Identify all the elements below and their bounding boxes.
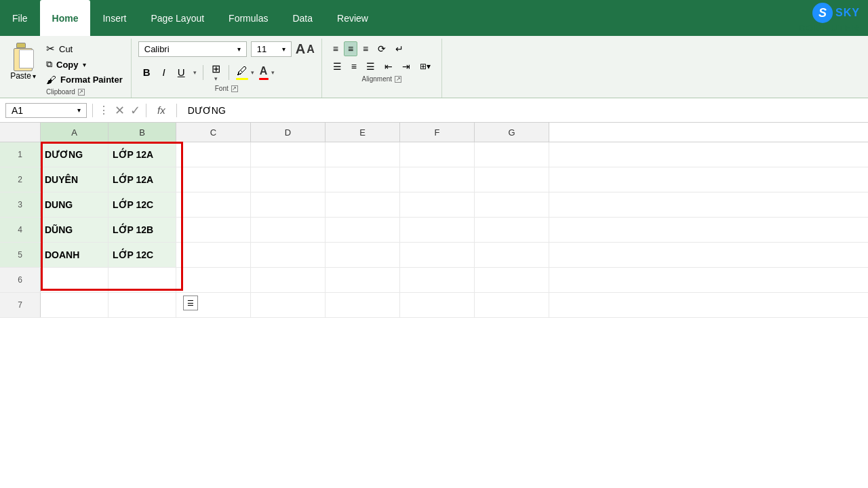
cell-C3[interactable] bbox=[176, 192, 251, 217]
alignment-expand-icon[interactable]: ↗ bbox=[395, 76, 401, 83]
cell-G3[interactable] bbox=[475, 192, 549, 217]
cell-D5[interactable] bbox=[251, 243, 326, 267]
orientation-button[interactable]: ⟳ bbox=[374, 41, 390, 56]
align-center-button[interactable]: ≡ bbox=[347, 59, 361, 74]
cell-C5[interactable] bbox=[176, 243, 251, 267]
formula-cancel-icon[interactable]: ✕ bbox=[115, 103, 125, 118]
cell-B3[interactable]: LỚP 12C bbox=[108, 192, 176, 217]
cell-D6[interactable] bbox=[251, 268, 326, 292]
align-left-button[interactable]: ☰ bbox=[329, 59, 346, 74]
paste-dropdown-arrow[interactable]: ▾ bbox=[33, 73, 36, 80]
cell-E6[interactable] bbox=[326, 268, 400, 292]
underline-dropdown[interactable]: ▾ bbox=[193, 69, 197, 76]
cell-A7[interactable] bbox=[41, 293, 108, 317]
border-button[interactable]: ⊞ ▾ bbox=[209, 61, 223, 83]
row-header-3[interactable]: 3 bbox=[0, 192, 41, 217]
formula-confirm-icon[interactable]: ✓ bbox=[130, 103, 140, 118]
cell-G7[interactable] bbox=[475, 293, 549, 317]
cell-F5[interactable] bbox=[400, 243, 475, 267]
cell-A1[interactable]: DƯƠNG bbox=[41, 142, 108, 167]
cell-A5[interactable]: DOANH bbox=[41, 243, 108, 267]
cell-B7[interactable] bbox=[108, 293, 176, 317]
row-header-4[interactable]: 4 bbox=[0, 218, 41, 242]
bottom-align-button[interactable]: ≡ bbox=[359, 41, 372, 56]
clipboard-expand-icon[interactable]: ↗ bbox=[78, 89, 85, 96]
cell-D4[interactable] bbox=[251, 218, 326, 242]
cell-E2[interactable] bbox=[326, 167, 400, 192]
cell-E3[interactable] bbox=[326, 192, 400, 217]
col-header-A[interactable]: A bbox=[41, 123, 108, 142]
cell-B5[interactable]: LỚP 12C bbox=[108, 243, 176, 267]
cell-ref-arrow[interactable]: ▾ bbox=[77, 106, 81, 114]
row-header-1[interactable]: 1 bbox=[0, 142, 41, 167]
copy-button[interactable]: ⧉ Copy ▾ bbox=[43, 58, 125, 71]
cell-A2[interactable]: DUYÊN bbox=[41, 167, 108, 192]
cell-F4[interactable] bbox=[400, 218, 475, 242]
cell-C1[interactable] bbox=[176, 142, 251, 167]
tab-review[interactable]: Review bbox=[325, 0, 380, 36]
cell-G1[interactable] bbox=[475, 142, 549, 167]
cell-B6[interactable] bbox=[108, 268, 176, 292]
bold-button[interactable]: B bbox=[138, 64, 155, 80]
col-header-D[interactable]: D bbox=[251, 123, 326, 142]
cell-E4[interactable] bbox=[326, 218, 400, 242]
cell-B2[interactable]: LỚP 12A bbox=[108, 167, 176, 192]
row-header-7[interactable]: 7 bbox=[0, 293, 41, 317]
cell-D2[interactable] bbox=[251, 167, 326, 192]
cell-F2[interactable] bbox=[400, 167, 475, 192]
paste-options-button[interactable]: ☰ bbox=[183, 296, 198, 310]
row-header-2[interactable]: 2 bbox=[0, 167, 41, 192]
font-color-button[interactable]: A bbox=[258, 64, 270, 81]
cell-E7[interactable] bbox=[326, 293, 400, 317]
highlight-dropdown[interactable]: ▾ bbox=[250, 69, 255, 76]
cell-A3[interactable]: DUNG bbox=[41, 192, 108, 217]
top-align-button[interactable]: ≡ bbox=[329, 41, 342, 56]
font-family-select[interactable]: Calibri ▾ bbox=[138, 41, 247, 57]
cell-G5[interactable] bbox=[475, 243, 549, 267]
cell-A4[interactable]: DŨNG bbox=[41, 218, 108, 242]
cell-B4[interactable]: LỚP 12B bbox=[108, 218, 176, 242]
cell-D3[interactable] bbox=[251, 192, 326, 217]
font-expand-icon[interactable]: ↗ bbox=[231, 85, 238, 92]
cell-F6[interactable] bbox=[400, 268, 475, 292]
italic-button[interactable]: I bbox=[158, 64, 170, 80]
font-size-arrow[interactable]: ▾ bbox=[282, 45, 285, 53]
cell-G2[interactable] bbox=[475, 167, 549, 192]
middle-align-button[interactable]: ≡ bbox=[344, 41, 357, 56]
col-header-C[interactable]: C bbox=[176, 123, 251, 142]
copy-dropdown-arrow[interactable]: ▾ bbox=[83, 61, 86, 68]
font-increase-button[interactable]: A bbox=[296, 41, 305, 57]
font-size-select[interactable]: 11 ▾ bbox=[251, 41, 292, 57]
col-header-B[interactable]: B bbox=[108, 123, 176, 142]
cell-F7[interactable] bbox=[400, 293, 475, 317]
highlight-color-button[interactable]: 🖊 bbox=[235, 64, 250, 81]
cell-C4[interactable] bbox=[176, 218, 251, 242]
tab-insert[interactable]: Insert bbox=[90, 0, 138, 36]
cell-E1[interactable] bbox=[326, 142, 400, 167]
cell-G6[interactable] bbox=[475, 268, 549, 292]
cell-G4[interactable] bbox=[475, 218, 549, 242]
col-header-G[interactable]: G bbox=[475, 123, 549, 142]
font-color-dropdown[interactable]: ▾ bbox=[271, 69, 275, 76]
cut-button[interactable]: ✂ Cut bbox=[43, 41, 125, 56]
align-right-button[interactable]: ☰ bbox=[362, 59, 379, 74]
tab-data[interactable]: Data bbox=[280, 0, 325, 36]
tab-page-layout[interactable]: Page Layout bbox=[138, 0, 216, 36]
cell-F1[interactable] bbox=[400, 142, 475, 167]
cell-B1[interactable]: LỚP 12A bbox=[108, 142, 176, 167]
tab-formulas[interactable]: Formulas bbox=[216, 0, 280, 36]
col-header-F[interactable]: F bbox=[400, 123, 475, 142]
cell-D1[interactable] bbox=[251, 142, 326, 167]
tab-file[interactable]: File bbox=[0, 0, 40, 36]
font-decrease-button[interactable]: A bbox=[307, 43, 315, 56]
row-header-6[interactable]: 6 bbox=[0, 268, 41, 292]
col-header-E[interactable]: E bbox=[326, 123, 400, 142]
format-painter-button[interactable]: 🖌 Format Painter bbox=[43, 73, 125, 87]
cell-C2[interactable] bbox=[176, 167, 251, 192]
font-family-arrow[interactable]: ▾ bbox=[237, 45, 241, 53]
cell-C6[interactable] bbox=[176, 268, 251, 292]
cell-F3[interactable] bbox=[400, 192, 475, 217]
wrap-text-button[interactable]: ↵ bbox=[391, 41, 408, 56]
increase-indent-button[interactable]: ⇥ bbox=[398, 59, 414, 74]
merge-center-button[interactable]: ⊞▾ bbox=[416, 59, 435, 74]
